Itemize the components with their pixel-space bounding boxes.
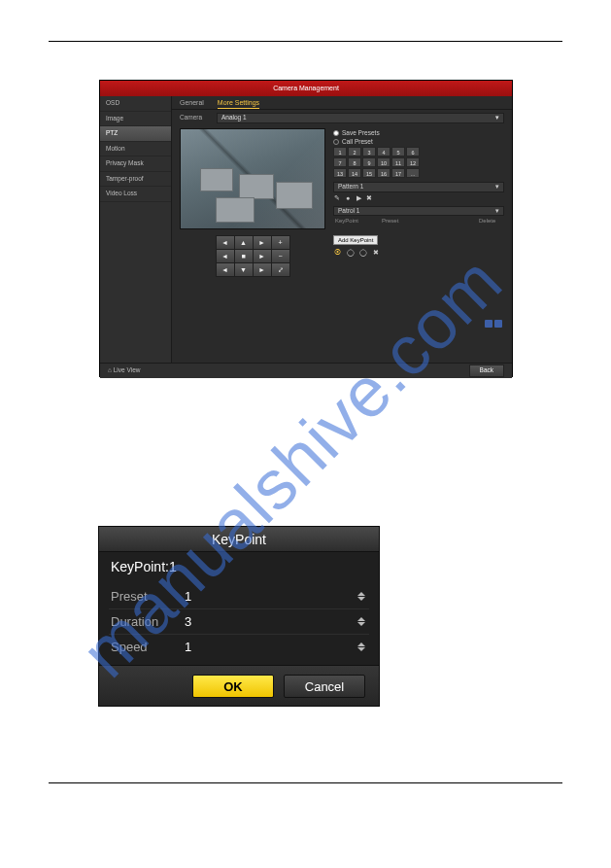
back-button[interactable]: Back bbox=[469, 365, 504, 377]
preset-cell[interactable]: 10 bbox=[377, 157, 390, 167]
keypoint-number: KeyPoint:1 bbox=[99, 552, 379, 581]
row-preset: Preset 1 bbox=[109, 583, 369, 608]
preset-cell[interactable]: 9 bbox=[362, 157, 376, 167]
keypoint-dialog: KeyPoint KeyPoint:1 Preset 1 Duration 3 … bbox=[98, 526, 380, 707]
window-title: Camera Management bbox=[100, 81, 512, 96]
ptz-btn[interactable]: ◄ bbox=[217, 250, 234, 262]
camera-select[interactable]: Analog 1 ▾ bbox=[217, 113, 504, 123]
step-up-icon[interactable] bbox=[357, 617, 365, 621]
ptz-btn[interactable]: ▲ bbox=[235, 236, 253, 249]
ptz-btn[interactable]: ► bbox=[254, 250, 271, 262]
preset-cell[interactable]: 2 bbox=[348, 147, 361, 156]
ok-button[interactable]: OK bbox=[192, 675, 274, 698]
play-icon[interactable]: ▶ bbox=[355, 194, 362, 202]
delete-icon[interactable]: ✖ bbox=[371, 248, 380, 257]
preset-cell[interactable]: 16 bbox=[377, 168, 390, 178]
preset-cell[interactable]: ... bbox=[406, 168, 420, 178]
ptz-btn[interactable]: ▼ bbox=[235, 263, 253, 276]
patrol-select[interactable]: Patrol 1 ▾ bbox=[333, 206, 504, 217]
preset-cell[interactable]: 5 bbox=[391, 147, 405, 156]
stop-icon[interactable]: ◯ bbox=[346, 248, 355, 257]
pattern-select[interactable]: Pattern 1 ▾ bbox=[333, 182, 504, 192]
add-keypoint-button[interactable]: Add KeyPoint bbox=[333, 235, 378, 245]
ptz-btn[interactable]: ► bbox=[254, 236, 271, 249]
info-icon[interactable] bbox=[485, 320, 492, 328]
speed-label: Speed bbox=[109, 640, 185, 654]
preset-cell[interactable]: 11 bbox=[391, 157, 405, 167]
radio-save-presets[interactable]: Save Presets bbox=[333, 130, 504, 137]
edit-icon[interactable]: ✎ bbox=[333, 194, 341, 202]
tab-bar: General More Settings bbox=[172, 96, 512, 110]
preset-cell[interactable]: 1 bbox=[333, 147, 347, 156]
step-down-icon[interactable] bbox=[357, 647, 365, 651]
preset-cell[interactable]: 14 bbox=[348, 168, 361, 178]
ptz-btn[interactable]: ► bbox=[254, 263, 271, 276]
ptz-btn[interactable]: + bbox=[272, 236, 289, 249]
radio-dot-icon bbox=[333, 130, 339, 136]
preset-cell[interactable]: 17 bbox=[391, 168, 405, 178]
tab-general[interactable]: General bbox=[180, 99, 204, 106]
play-icon[interactable]: ⦿ bbox=[333, 248, 342, 257]
preset-cell[interactable]: 15 bbox=[362, 168, 376, 178]
speed-stepper[interactable]: 1 bbox=[185, 640, 369, 654]
page-rule-bottom bbox=[49, 782, 562, 783]
patrol-table-header: KeyPoint Preset Delete bbox=[333, 218, 504, 224]
rec-icon[interactable]: ● bbox=[344, 194, 352, 202]
live-view-button[interactable]: ⌂ Live View bbox=[108, 367, 140, 374]
dialog-title: KeyPoint bbox=[99, 527, 379, 552]
ptz-btn[interactable]: ⤢ bbox=[272, 263, 289, 276]
sidebar-item-tamper-proof[interactable]: Tamper-proof bbox=[100, 172, 171, 188]
sidebar-item-image[interactable]: Image bbox=[100, 112, 171, 127]
ptz-btn[interactable]: ◄ bbox=[217, 263, 234, 276]
tab-more-settings[interactable]: More Settings bbox=[218, 99, 259, 109]
preset-cell[interactable]: 6 bbox=[406, 147, 420, 156]
page-rule-top bbox=[49, 41, 562, 42]
duration-stepper[interactable]: 3 bbox=[185, 614, 369, 629]
radio-dot-icon bbox=[333, 139, 339, 145]
preset-grid: 1 2 3 4 5 6 7 8 9 10 11 12 13 14 bbox=[333, 147, 504, 178]
video-preview bbox=[180, 128, 325, 229]
preset-cell[interactable]: 13 bbox=[333, 168, 347, 178]
clear-icon[interactable]: ✖ bbox=[365, 194, 373, 202]
dialog-button-bar: OK Cancel bbox=[99, 665, 379, 706]
ptz-btn[interactable]: − bbox=[272, 250, 289, 262]
cancel-button[interactable]: Cancel bbox=[284, 675, 365, 698]
camera-management-window: Camera Management OSD Image PTZ Motion P… bbox=[99, 80, 513, 377]
sidebar-item-privacy-mask[interactable]: Privacy Mask bbox=[100, 156, 171, 172]
keypoint-toolbar: ⦿ ◯ ◯ ✖ bbox=[333, 248, 504, 257]
sidebar: OSD Image PTZ Motion Privacy Mask Tamper… bbox=[100, 96, 172, 363]
ptz-control: ◄ ▲ ► + ◄ ■ ► − ◄ ▼ ► ⤢ bbox=[216, 235, 290, 277]
step-down-icon[interactable] bbox=[357, 597, 365, 601]
sidebar-item-ptz[interactable]: PTZ bbox=[100, 126, 171, 142]
clear-icon[interactable]: ◯ bbox=[358, 248, 367, 257]
row-duration: Duration 3 bbox=[109, 608, 369, 634]
step-down-icon[interactable] bbox=[357, 622, 365, 626]
row-speed: Speed 1 bbox=[109, 634, 369, 659]
step-up-icon[interactable] bbox=[357, 642, 365, 646]
preset-label: Preset bbox=[109, 589, 185, 604]
ptz-btn[interactable]: ◄ bbox=[217, 236, 234, 249]
chevron-down-icon: ▾ bbox=[495, 184, 499, 191]
pattern-toolbar: ✎ ● ▶ ✖ bbox=[333, 194, 504, 202]
preset-cell[interactable]: 12 bbox=[406, 157, 420, 167]
preset-cell[interactable]: 7 bbox=[333, 157, 347, 167]
sidebar-item-osd[interactable]: OSD bbox=[100, 96, 171, 112]
step-up-icon[interactable] bbox=[357, 592, 365, 596]
sidebar-item-video-loss[interactable]: Video Loss bbox=[100, 187, 171, 202]
info-icon[interactable] bbox=[494, 320, 502, 328]
ptz-btn[interactable]: ■ bbox=[235, 250, 253, 262]
preset-cell[interactable]: 8 bbox=[348, 157, 361, 167]
preset-cell[interactable]: 3 bbox=[362, 147, 376, 156]
sidebar-item-motion[interactable]: Motion bbox=[100, 142, 171, 157]
chevron-down-icon: ▾ bbox=[495, 115, 499, 122]
duration-label: Duration bbox=[109, 614, 185, 629]
camera-label: Camera bbox=[180, 115, 217, 122]
chevron-down-icon: ▾ bbox=[495, 208, 499, 215]
radio-call-preset[interactable]: Call Preset bbox=[333, 139, 504, 146]
preset-stepper[interactable]: 1 bbox=[185, 589, 369, 604]
info-icons bbox=[485, 320, 502, 328]
preset-cell[interactable]: 4 bbox=[377, 147, 390, 156]
